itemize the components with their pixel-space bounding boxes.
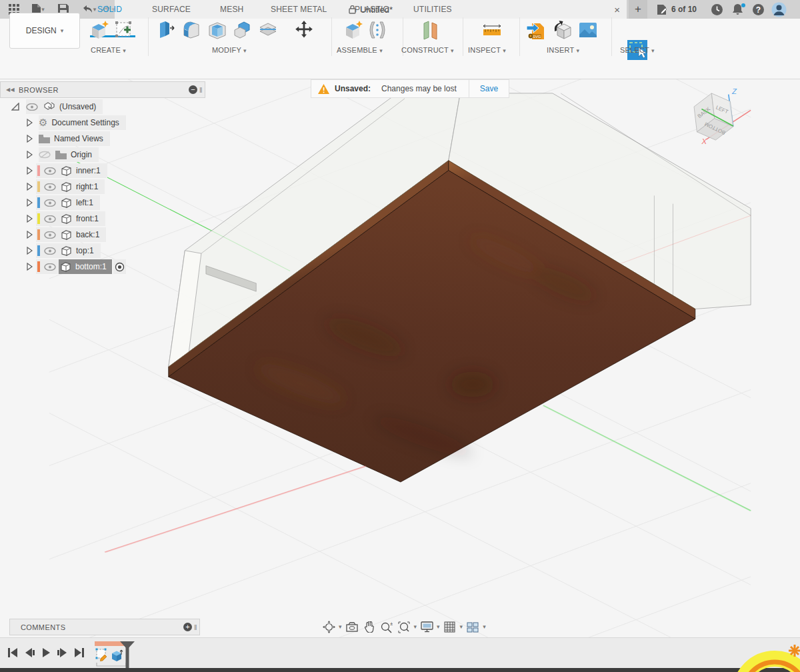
expander-icon[interactable] (27, 247, 33, 255)
tab-utilities[interactable]: UTILITIES (413, 5, 452, 14)
go-to-end-button[interactable] (72, 645, 87, 660)
insert-mesh-icon[interactable] (552, 19, 573, 41)
browser-header[interactable]: ◀◀ BROWSER − ‖ (0, 81, 205, 98)
browser-row-right[interactable]: right:1 (0, 179, 105, 195)
eye-icon[interactable] (44, 231, 56, 239)
eye-icon[interactable] (44, 247, 56, 255)
split-body-icon[interactable] (257, 19, 279, 41)
plus-icon: + (635, 3, 641, 16)
expander-icon[interactable] (27, 135, 33, 143)
group-modify[interactable]: MODIFY ▾ (212, 46, 247, 54)
step-back-button[interactable] (22, 645, 37, 660)
construct-plane-icon[interactable] (420, 19, 441, 41)
expanded-icon[interactable] (11, 103, 19, 111)
press-pull-icon[interactable] (156, 19, 177, 41)
canvas-icon[interactable] (577, 19, 599, 41)
insert-svg-icon[interactable]: SVG (525, 19, 547, 41)
close-tab-icon[interactable]: × (614, 4, 620, 15)
browser-row-origin[interactable]: Origin (0, 147, 99, 163)
viewports-button[interactable] (465, 620, 480, 635)
panel-grip[interactable]: ‖ (199, 86, 203, 94)
expand-comments-button[interactable]: + (183, 623, 192, 631)
eye-icon[interactable] (44, 183, 56, 191)
expander-icon[interactable] (27, 263, 33, 271)
group-insert[interactable]: INSERT ▾ (547, 46, 579, 54)
look-at-button[interactable] (345, 620, 359, 635)
measure-icon[interactable] (481, 19, 503, 41)
pan-button[interactable] (362, 620, 377, 635)
workspace-selector[interactable]: DESIGN▾ (9, 13, 80, 49)
body-icon (60, 261, 71, 272)
tab-mesh[interactable]: MESH (220, 5, 243, 14)
display-settings-button[interactable] (419, 620, 434, 635)
group-select[interactable]: SELECT ▾ (620, 46, 655, 54)
group-assemble[interactable]: ASSEMBLE ▾ (337, 46, 383, 54)
fillet-icon[interactable] (181, 19, 203, 41)
tab-plastic[interactable]: PLASTIC (355, 5, 389, 14)
new-body-icon[interactable] (89, 19, 110, 41)
create-sketch-icon[interactable] (114, 19, 135, 41)
browser-row-document-settings[interactable]: ⚙ Document Settings (0, 115, 126, 131)
edit-document-icon[interactable] (657, 4, 668, 15)
expander-icon[interactable] (27, 183, 33, 191)
activate-component-radio[interactable] (115, 262, 125, 272)
browser-row-left[interactable]: left:1 (0, 195, 100, 211)
comments-header[interactable]: COMMENTS + ‖ (9, 619, 200, 635)
step-forward-button[interactable] (55, 645, 70, 660)
eye-icon[interactable] (44, 167, 56, 175)
browser-row-top[interactable]: top:1 (0, 243, 101, 259)
group-create[interactable]: CREATE ▾ (91, 46, 126, 54)
notifications-button[interactable] (729, 1, 746, 17)
timeline-sketch-feature[interactable] (95, 647, 108, 662)
timeline-position-marker[interactable] (119, 640, 136, 669)
job-status-button[interactable] (708, 1, 725, 17)
expander-icon[interactable] (27, 167, 33, 175)
selected-row-highlight[interactable]: bottom:1 (59, 259, 112, 274)
browser-row-front[interactable]: front:1 (0, 211, 105, 227)
account-avatar[interactable] (770, 1, 787, 17)
grid-snap-button[interactable] (443, 620, 457, 635)
play-button[interactable] (39, 645, 53, 660)
new-tab-button[interactable]: + (629, 0, 647, 19)
orbit-button[interactable] (321, 620, 336, 635)
go-to-start-button[interactable] (5, 645, 20, 660)
browser-row-back[interactable]: back:1 (0, 227, 106, 243)
browser-row-named-views[interactable]: Named Views (0, 131, 110, 147)
joint-icon[interactable] (367, 19, 388, 41)
save-link[interactable]: Save (469, 84, 509, 93)
panel-grip[interactable]: ‖ (194, 623, 197, 631)
browser-row-root[interactable]: (Unsaved) (0, 99, 103, 115)
viewcube[interactable]: BACK LEFT BOTTOM Z X (694, 87, 751, 145)
eye-icon[interactable] (44, 215, 56, 223)
eye-icon[interactable] (26, 103, 38, 111)
tab-sheet-metal[interactable]: SHEET METAL (271, 5, 327, 14)
row-label: right:1 (76, 182, 98, 191)
eye-icon[interactable] (44, 199, 56, 207)
row-label: inner:1 (76, 166, 101, 175)
hide-panel-button[interactable]: − (189, 85, 197, 94)
fit-button[interactable] (397, 620, 411, 635)
eye-hidden-icon[interactable] (39, 151, 51, 159)
expander-icon[interactable] (27, 231, 33, 239)
zoom-button[interactable]: ± (379, 620, 394, 635)
viewport-canvas[interactable]: BACK LEFT BOTTOM Z X (0, 79, 800, 639)
eye-icon[interactable] (44, 263, 56, 271)
expander-icon[interactable] (27, 151, 33, 159)
tab-solid[interactable]: SOLID (97, 5, 122, 14)
combine-icon[interactable] (232, 19, 253, 41)
tab-surface[interactable]: SURFACE (152, 5, 191, 14)
new-component-icon[interactable] (343, 19, 364, 41)
browser-row-bottom[interactable]: bottom:1 (0, 259, 126, 275)
taskbar-edge (0, 668, 800, 672)
move-icon[interactable] (293, 19, 315, 41)
expander-icon[interactable] (27, 199, 33, 207)
group-inspect[interactable]: INSPECT ▾ (468, 46, 506, 54)
shell-icon[interactable] (207, 19, 228, 41)
expander-icon[interactable] (27, 119, 33, 127)
expander-icon[interactable] (27, 215, 33, 223)
help-button[interactable]: ? (749, 1, 767, 17)
undo-button[interactable]: ▾ (80, 1, 97, 17)
group-construct[interactable]: CONSTRUCT ▾ (401, 46, 454, 54)
collapse-panel-icon[interactable]: ◀◀ (6, 87, 15, 93)
browser-row-inner[interactable]: inner:1 (0, 163, 107, 179)
